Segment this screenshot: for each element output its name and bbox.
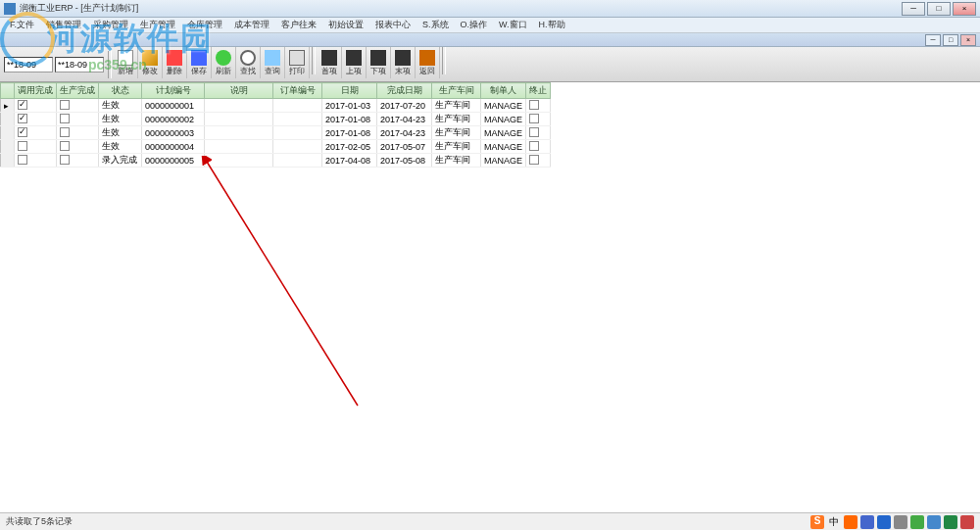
table-row[interactable]: 录入完成00000000052017-04-082017-05-08生产车间MA… xyxy=(1,154,551,168)
menu-item-9[interactable]: S.系统 xyxy=(416,19,455,31)
sub-maximize-button[interactable]: □ xyxy=(943,34,958,46)
cell-stop[interactable] xyxy=(526,113,551,126)
checkbox-icon[interactable] xyxy=(529,100,539,110)
edit-button[interactable]: 修改 xyxy=(138,47,163,78)
checkbox-icon[interactable] xyxy=(60,141,70,151)
column-header[interactable]: 订单编号 xyxy=(273,83,322,99)
checkbox-icon[interactable] xyxy=(529,127,539,137)
ref-button[interactable]: 刷新 xyxy=(212,47,236,78)
cell-call-done[interactable] xyxy=(15,113,57,126)
column-header[interactable]: 日期 xyxy=(322,83,377,99)
checkbox-icon[interactable] xyxy=(18,100,27,110)
tray-icon[interactable] xyxy=(910,515,924,529)
data-grid[interactable]: 调用完成生产完成状态计划编号说明订单编号日期完成日期生产车间制单人终止 ▸生效0… xyxy=(0,82,551,168)
find-button[interactable]: 查找 xyxy=(236,47,261,78)
sub-minimize-button[interactable]: ─ xyxy=(925,34,941,46)
menu-item-0[interactable]: F.文件 xyxy=(4,19,40,31)
checkbox-icon[interactable] xyxy=(18,114,27,123)
menu-item-3[interactable]: 生产管理 xyxy=(134,19,181,31)
cell-call-done[interactable] xyxy=(15,140,57,154)
checkbox-icon[interactable] xyxy=(60,127,70,137)
date-to-input[interactable]: **18-09 xyxy=(55,57,104,72)
last-button[interactable]: 末项 xyxy=(391,47,416,78)
checkbox-icon[interactable] xyxy=(18,141,27,151)
tray-icon[interactable] xyxy=(960,515,974,529)
tray-icon[interactable]: S xyxy=(810,515,824,529)
checkbox-icon[interactable] xyxy=(529,141,539,151)
ime-indicator[interactable]: 中 xyxy=(827,515,841,529)
tray-icon[interactable] xyxy=(860,515,874,529)
table-row[interactable]: 生效00000000022017-01-082017-04-23生产车间MANA… xyxy=(1,113,551,126)
menu-item-8[interactable]: 报表中心 xyxy=(369,19,416,31)
tray-icon[interactable] xyxy=(927,515,941,529)
maximize-button[interactable]: □ xyxy=(927,2,951,16)
cell-order-no xyxy=(273,154,322,168)
minimize-button[interactable]: ─ xyxy=(902,2,925,16)
column-header[interactable]: 计划编号 xyxy=(142,83,205,99)
back-button[interactable]: 返回 xyxy=(416,47,440,78)
column-header[interactable]: 生产完成 xyxy=(57,83,99,99)
menu-item-11[interactable]: W.窗口 xyxy=(493,19,533,31)
del-button[interactable]: 删除 xyxy=(163,47,187,78)
checkbox-icon[interactable] xyxy=(18,127,27,137)
cell-stop[interactable] xyxy=(526,154,551,168)
checkbox-icon[interactable] xyxy=(529,155,539,165)
column-header[interactable]: 终止 xyxy=(526,83,551,99)
save-button[interactable]: 保存 xyxy=(187,47,212,78)
qry-button[interactable]: 查询 xyxy=(261,47,285,78)
date-from-input[interactable]: **18-09 xyxy=(4,57,53,72)
cell-stop[interactable] xyxy=(526,126,551,140)
menu-item-5[interactable]: 成本管理 xyxy=(228,19,275,31)
table-row[interactable]: 生效00000000032017-01-082017-04-23生产车间MANA… xyxy=(1,126,551,140)
column-header[interactable]: 完成日期 xyxy=(377,83,432,99)
column-header[interactable]: 调用完成 xyxy=(15,83,57,99)
column-header[interactable]: 生产车间 xyxy=(432,83,481,99)
checkbox-icon[interactable] xyxy=(60,114,70,123)
menu-item-6[interactable]: 客户往来 xyxy=(275,19,322,31)
checkbox-icon[interactable] xyxy=(18,155,27,165)
prt-button[interactable]: 打印 xyxy=(285,47,310,78)
table-row[interactable]: 生效00000000042017-02-052017-05-07生产车间MANA… xyxy=(1,140,551,154)
cell-plan-no: 0000000004 xyxy=(142,140,205,154)
checkbox-icon[interactable] xyxy=(60,155,70,165)
tray-icon[interactable] xyxy=(877,515,891,529)
tray-icon[interactable] xyxy=(944,515,957,529)
menu-item-7[interactable]: 初始设置 xyxy=(322,19,369,31)
column-header[interactable]: 状态 xyxy=(99,83,142,99)
cell-call-done[interactable] xyxy=(15,154,57,168)
cell-stop[interactable] xyxy=(526,140,551,154)
menu-item-10[interactable]: O.操作 xyxy=(455,19,494,31)
table-row[interactable]: ▸生效00000000012017-01-032017-07-20生产车间MAN… xyxy=(1,99,551,113)
menu-item-12[interactable]: H.帮助 xyxy=(533,19,571,31)
new-button[interactable]: 新增 xyxy=(114,47,138,78)
cell-prod-done[interactable] xyxy=(57,126,99,140)
sub-close-button[interactable]: × xyxy=(960,34,976,46)
menu-item-1[interactable]: 销售管理 xyxy=(40,19,87,31)
prev-button[interactable]: 上项 xyxy=(342,47,367,78)
cell-call-done[interactable] xyxy=(15,99,57,113)
first-button[interactable]: 首项 xyxy=(318,47,342,78)
grid-area[interactable]: 调用完成生产完成状态计划编号说明订单编号日期完成日期生产车间制单人终止 ▸生效0… xyxy=(0,82,980,513)
column-header[interactable]: 说明 xyxy=(205,83,273,99)
cell-stop[interactable] xyxy=(526,99,551,113)
cell-call-done[interactable] xyxy=(15,126,57,140)
cell-prod-done[interactable] xyxy=(57,140,99,154)
cell-prod-done[interactable] xyxy=(57,113,99,126)
next-button[interactable]: 下项 xyxy=(367,47,391,78)
checkbox-icon[interactable] xyxy=(529,114,539,123)
checkbox-icon[interactable] xyxy=(60,100,70,110)
cell-prod-done[interactable] xyxy=(57,99,99,113)
cell-prod-done[interactable] xyxy=(57,154,99,168)
close-button[interactable]: × xyxy=(953,2,976,16)
cell-desc xyxy=(205,113,273,126)
tray-icon[interactable] xyxy=(894,515,907,529)
cell-date: 2017-04-08 xyxy=(322,154,377,168)
menu-item-2[interactable]: 采购管理 xyxy=(87,19,134,31)
app-icon xyxy=(4,3,16,15)
column-header[interactable] xyxy=(1,83,15,99)
cell-done-date: 2017-05-07 xyxy=(377,140,432,154)
cell-creator: MANAGE xyxy=(481,140,526,154)
column-header[interactable]: 制单人 xyxy=(481,83,526,99)
tray-icon[interactable] xyxy=(844,515,858,529)
menu-item-4[interactable]: 仓库管理 xyxy=(181,19,228,31)
